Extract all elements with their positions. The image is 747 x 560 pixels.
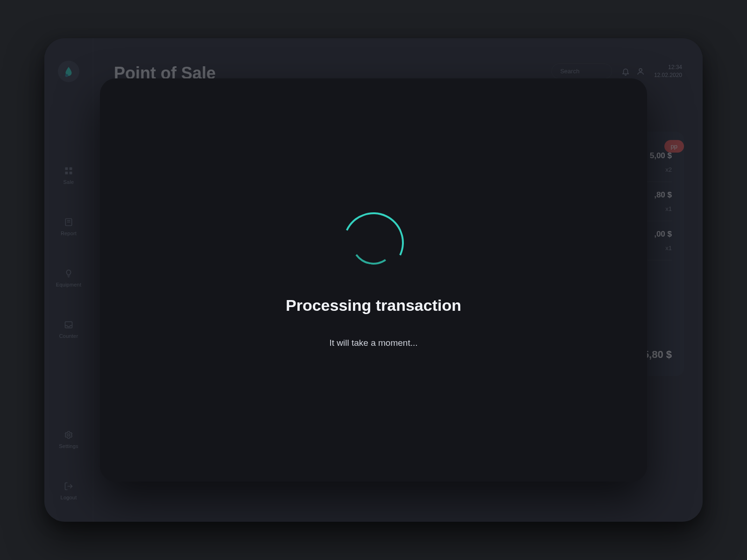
pos-device-frame: Sale Report Equipment Counter Settings bbox=[44, 38, 703, 522]
modal-subtitle: It will take a moment... bbox=[329, 338, 417, 348]
processing-modal: Processing transaction It will take a mo… bbox=[100, 78, 647, 482]
modal-title: Processing transaction bbox=[286, 296, 461, 315]
modal-overlay: Processing transaction It will take a mo… bbox=[44, 38, 703, 522]
spinner-icon bbox=[343, 212, 404, 273]
